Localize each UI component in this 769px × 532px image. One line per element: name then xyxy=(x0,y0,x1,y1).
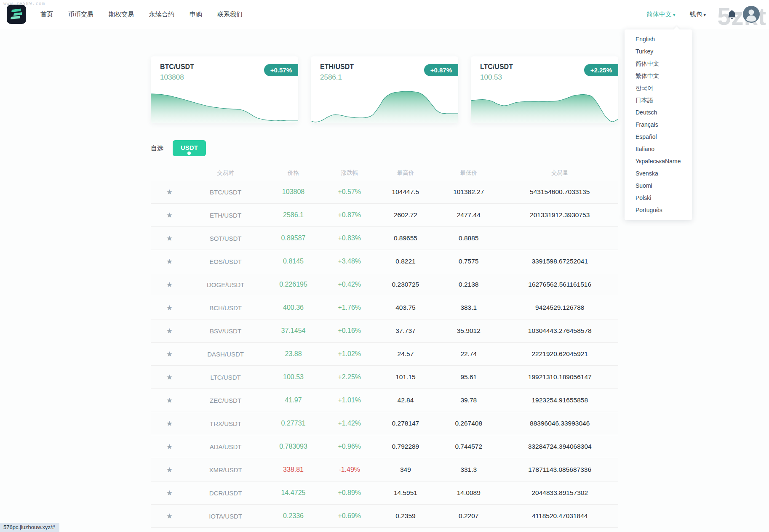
table-row[interactable]: ★ ZEC/USDT 41.97 +1.01% 42.84 39.78 1923… xyxy=(151,389,618,412)
cell-change: +0.96% xyxy=(324,443,375,450)
cell-low: 383.1 xyxy=(436,304,501,311)
favorite-star-icon[interactable]: ★ xyxy=(151,188,188,197)
cell-price: 0.2336 xyxy=(263,512,323,520)
nav-item-0[interactable]: 首页 xyxy=(40,11,53,19)
table-row[interactable]: ★ BCH/USDT 400.36 +1.76% 403.75 383.1 94… xyxy=(151,296,618,319)
cell-price: 37.1454 xyxy=(263,327,323,335)
cell-volume: 201331912.3930753 xyxy=(501,211,618,219)
user-avatar[interactable] xyxy=(743,6,760,24)
favorite-star-icon[interactable]: ★ xyxy=(151,327,188,335)
language-option[interactable]: Español xyxy=(625,131,692,143)
table-row[interactable]: ★ IOTA/USDT 0.2336 +0.69% 0.2359 0.2207 … xyxy=(151,505,618,528)
table-row[interactable]: ★ SOT/USDT 0.89587 +0.83% 0.89655 0.8885 xyxy=(151,227,618,250)
favorite-star-icon[interactable]: ★ xyxy=(151,280,188,289)
language-option[interactable]: Svenska xyxy=(625,168,692,180)
cell-low: 95.61 xyxy=(436,373,501,381)
site-watermark-top-left: www.re589.com xyxy=(3,1,45,6)
language-option[interactable]: Turkey xyxy=(625,45,692,58)
favorite-star-icon[interactable]: ★ xyxy=(151,211,188,220)
cell-volume: 16276562.561161516 xyxy=(501,281,618,288)
wallet-menu[interactable]: 钱包▾ xyxy=(689,11,706,19)
ticker-card[interactable]: ETH/USDT 2586.1 +0.87% xyxy=(311,56,458,123)
cell-high: 101.15 xyxy=(375,373,436,381)
table-row[interactable]: ★ DASH/USDT 23.88 +1.02% 24.57 22.74 222… xyxy=(151,343,618,366)
table-row[interactable]: ★ BSV/USDT 37.1454 +0.16% 37.737 35.9012… xyxy=(151,319,618,343)
table-row[interactable]: ★ XMR/USDT 338.81 -1.49% 349 331.3 17871… xyxy=(151,458,618,481)
cell-low: 2477.44 xyxy=(436,211,501,219)
table-row[interactable]: ★ ADA/USDT 0.783093 +0.96% 0.792289 0.74… xyxy=(151,435,618,458)
chevron-down-icon: ▾ xyxy=(703,12,706,17)
nav-item-4[interactable]: 申购 xyxy=(190,11,202,19)
top-navigation-bar: 首页币币交易期权交易永续合约申购联系我们 简体中文▾ 钱包▾ 5zkt xyxy=(0,0,769,29)
cell-pair: DOGE/USDT xyxy=(188,281,263,288)
cell-high: 0.792289 xyxy=(375,443,436,450)
table-row[interactable]: ★ LTC/USDT 100.53 +2.25% 101.15 95.61 19… xyxy=(151,366,618,389)
column-header-5: 交易量 xyxy=(501,169,618,177)
language-option[interactable]: Deutsch xyxy=(625,106,692,119)
cell-price: 2586.1 xyxy=(263,211,323,219)
cell-volume: 19921310.189056147 xyxy=(501,373,618,381)
language-option[interactable]: УкраїнськаName xyxy=(625,155,692,168)
cell-pair: DASH/USDT xyxy=(188,351,263,358)
cell-low: 0.744572 xyxy=(436,443,501,450)
favorite-star-icon[interactable]: ★ xyxy=(151,512,188,521)
cell-pair: LTC/USDT xyxy=(188,374,263,381)
table-row[interactable]: ★ EOS/USDT 0.8145 +3.48% 0.8221 0.7575 3… xyxy=(151,250,618,273)
ticker-card[interactable]: LTC/USDT 100.53 +2.25% xyxy=(471,56,618,123)
ticker-card-pair: BTC/USDT xyxy=(160,63,194,71)
cell-volume: 9424529.126788 xyxy=(501,304,618,311)
notifications-bell-icon[interactable] xyxy=(727,9,737,22)
column-header-3: 最高价 xyxy=(375,169,436,177)
ticker-card[interactable]: BTC/USDT 103808 +0.57% xyxy=(151,56,298,123)
language-option[interactable]: Polski xyxy=(625,192,692,204)
favorite-star-icon[interactable]: ★ xyxy=(151,303,188,312)
language-option[interactable]: Français xyxy=(625,119,692,131)
favorite-star-icon[interactable]: ★ xyxy=(151,373,188,382)
market-table-header: 交易对价格涨跌幅最高价最低价交易量 xyxy=(151,165,618,181)
nav-item-1[interactable]: 币币交易 xyxy=(68,11,93,19)
table-row[interactable]: ★ TRX/USDT 0.27731 +1.42% 0.278147 0.267… xyxy=(151,412,618,435)
favorite-star-icon[interactable]: ★ xyxy=(151,489,188,497)
cell-change: +0.87% xyxy=(324,211,375,219)
favorite-star-icon[interactable]: ★ xyxy=(151,442,188,451)
cell-price: 0.27731 xyxy=(263,420,323,427)
language-option[interactable]: Italiano xyxy=(625,143,692,155)
cell-price: 0.226195 xyxy=(263,281,323,288)
column-header-1: 价格 xyxy=(263,169,323,177)
language-option[interactable]: Português xyxy=(625,204,692,216)
table-row[interactable]: ★ BTC/USDT 103808 +0.57% 104447.5 101382… xyxy=(151,181,618,204)
cell-low: 0.2207 xyxy=(436,512,501,520)
cell-low: 14.0089 xyxy=(436,489,501,497)
cell-price: 0.89587 xyxy=(263,234,323,242)
favorite-star-icon[interactable]: ★ xyxy=(151,396,188,405)
favorite-star-icon[interactable]: ★ xyxy=(151,350,188,359)
table-row[interactable]: ★ DOGE/USDT 0.226195 +0.42% 0.230725 0.2… xyxy=(151,273,618,296)
language-option[interactable]: 繁体中文 xyxy=(625,70,692,82)
language-option[interactable]: 한국어 xyxy=(625,82,692,94)
cell-volume: 2044833.89157302 xyxy=(501,489,618,497)
tab-favorites[interactable]: 自选 xyxy=(151,144,163,152)
nav-item-3[interactable]: 永续合约 xyxy=(149,11,174,19)
cell-change: -1.49% xyxy=(324,466,375,473)
exchange-logo-icon[interactable] xyxy=(7,5,26,24)
tab-usdt-active[interactable]: USDT xyxy=(173,140,206,156)
nav-item-2[interactable]: 期权交易 xyxy=(109,11,134,19)
language-selector[interactable]: 简体中文▾ xyxy=(646,11,676,19)
language-option[interactable]: English xyxy=(625,33,692,45)
language-option[interactable]: Suomi xyxy=(625,180,692,192)
favorite-star-icon[interactable]: ★ xyxy=(151,257,188,266)
cell-price: 0.783093 xyxy=(263,443,323,450)
favorite-star-icon[interactable]: ★ xyxy=(151,419,188,428)
cell-change: +1.76% xyxy=(324,304,375,311)
language-option[interactable]: 简体中文 xyxy=(625,58,692,70)
favorite-star-icon[interactable]: ★ xyxy=(151,234,188,243)
table-row[interactable]: ★ ETH/USDT 2586.1 +0.87% 2602.72 2477.44… xyxy=(151,204,618,227)
cell-change: +1.01% xyxy=(324,396,375,404)
ticker-cards-row: BTC/USDT 103808 +0.57% ETH/USDT 2586.1 +… xyxy=(151,56,618,123)
nav-item-5[interactable]: 联系我们 xyxy=(217,11,243,19)
ticker-card-pair: LTC/USDT xyxy=(480,63,513,71)
table-row[interactable]: ★ DCR/USDT 14.4725 +0.89% 14.5951 14.008… xyxy=(151,481,618,505)
language-dropdown-menu: EnglishTurkey简体中文繁体中文한국어日本語DeutschFrança… xyxy=(625,29,692,220)
language-option[interactable]: 日本語 xyxy=(625,94,692,106)
favorite-star-icon[interactable]: ★ xyxy=(151,466,188,474)
